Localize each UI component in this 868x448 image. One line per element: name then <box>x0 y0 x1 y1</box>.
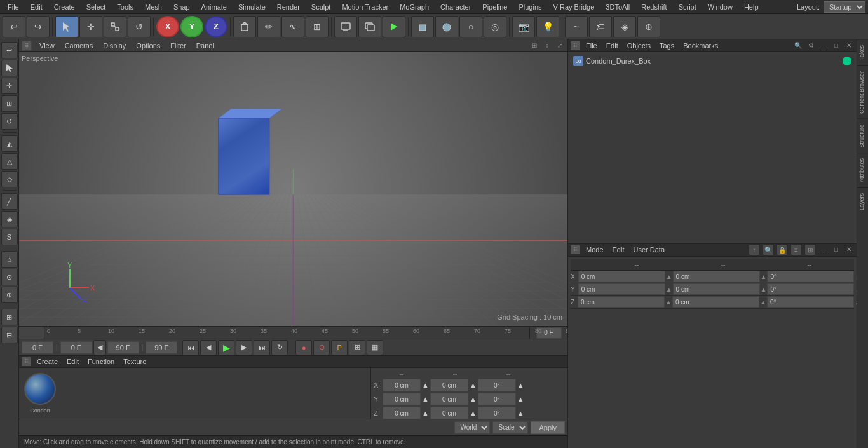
menu-sculpt[interactable]: Sculpt <box>306 2 336 12</box>
material-button[interactable]: ◈ <box>613 16 636 37</box>
am-y-rot-input[interactable] <box>673 283 760 295</box>
viewport-icon-1[interactable]: ⊞ <box>529 41 539 51</box>
sidebar-grid-2[interactable]: ⊟ <box>1 327 18 343</box>
menu-window[interactable]: Window <box>703 2 738 12</box>
am-menu-userdata[interactable]: User Data <box>631 246 668 254</box>
scale-dropdown[interactable]: Scale <box>492 421 528 434</box>
coord-y-scale[interactable] <box>478 393 516 405</box>
menu-vray[interactable]: V-Ray Bridge <box>548 2 600 12</box>
menu-3dtoall[interactable]: 3DToAll <box>600 2 635 12</box>
sidebar-knife[interactable]: ╱ <box>1 193 18 210</box>
pb-record-options-button[interactable]: ⊙ <box>313 340 330 355</box>
sidebar-rotate[interactable]: ↺ <box>1 113 18 130</box>
pb-step-fwd-button[interactable]: ▶ <box>236 340 252 355</box>
pb-preview-start[interactable] <box>60 341 92 354</box>
tab-attributes[interactable]: Attributes <box>857 153 868 187</box>
light-button[interactable]: 💡 <box>536 16 559 37</box>
menu-snap[interactable]: Snap <box>168 2 195 12</box>
om-menu-tags[interactable]: Tags <box>657 42 677 50</box>
coord-x-pos[interactable] <box>383 379 421 391</box>
material-menu-edit[interactable]: Edit <box>64 358 81 365</box>
am-z-rot-input[interactable] <box>672 296 759 308</box>
viewport-menu-cameras[interactable]: Cameras <box>62 42 96 50</box>
spline-tool-button[interactable]: ∿ <box>281 16 304 37</box>
tab-takes[interactable]: Takes <box>857 39 868 65</box>
render-view-button[interactable] <box>334 16 357 37</box>
redo-button[interactable]: ↪ <box>27 16 50 37</box>
sidebar-tool-c[interactable]: ⊕ <box>1 287 18 303</box>
coord-z-scale-arrow[interactable]: ▲ <box>517 409 524 417</box>
om-minimize-icon[interactable]: — <box>818 41 829 51</box>
menu-simulate[interactable]: Simulate <box>233 2 271 12</box>
om-close-icon[interactable]: ✕ <box>844 41 854 51</box>
pb-loop-button[interactable]: ↻ <box>271 340 288 355</box>
am-y-pos-input[interactable] <box>578 283 665 295</box>
pen-tool-button[interactable]: ✏ <box>257 16 280 37</box>
layout-select[interactable]: Startup <box>824 1 865 13</box>
sidebar-move[interactable]: ✛ <box>1 78 18 94</box>
pb-record-button[interactable]: ● <box>295 340 312 355</box>
coord-y-scale-arrow[interactable]: ▲ <box>517 395 524 403</box>
sidebar-tool-b[interactable]: ⊙ <box>1 269 18 285</box>
array-tool-button[interactable]: ⊞ <box>306 16 329 37</box>
menu-character[interactable]: Character <box>435 2 476 12</box>
sphere-object-button[interactable] <box>435 16 458 37</box>
coord-x-pos-arrow[interactable]: ▲ <box>422 381 429 389</box>
viewport-icon-2[interactable]: ↕ <box>542 41 552 51</box>
sidebar-polygon[interactable]: ◭ <box>1 135 18 152</box>
render-picture-viewer-button[interactable] <box>358 16 381 37</box>
menu-render[interactable]: Render <box>272 2 305 12</box>
menu-redshift[interactable]: Redshift <box>636 2 672 12</box>
menu-mograph[interactable]: MoGraph <box>395 2 434 12</box>
coord-x-rot[interactable] <box>430 379 468 391</box>
om-menu-edit[interactable]: Edit <box>604 42 621 50</box>
coord-y-pos-arrow[interactable]: ▲ <box>422 395 429 403</box>
rotate-tool-button[interactable]: ↺ <box>128 16 151 37</box>
om-maximize-icon[interactable]: □ <box>831 41 841 51</box>
coord-z-pos[interactable] <box>383 407 421 419</box>
menu-select[interactable]: Select <box>81 2 111 12</box>
coord-z-rot[interactable] <box>430 407 468 419</box>
menu-help[interactable]: Help <box>739 2 764 12</box>
om-search-icon[interactable]: 🔍 <box>793 41 803 51</box>
am-icon-1[interactable]: ↑ <box>749 244 760 255</box>
am-z-pos-input[interactable] <box>578 296 665 308</box>
menu-edit[interactable]: Edit <box>25 2 48 12</box>
menu-script[interactable]: Script <box>674 2 702 12</box>
tab-content-browser[interactable]: Content Browser <box>857 65 868 119</box>
om-menu-file[interactable]: File <box>583 42 600 50</box>
am-menu-mode[interactable]: Mode <box>583 246 606 254</box>
am-icon-5[interactable]: ⊞ <box>804 244 816 255</box>
menu-motion-tracker[interactable]: Motion Tracker <box>337 2 393 12</box>
timeline-ruler[interactable]: 0 5 10 15 20 25 30 35 40 45 50 55 60 65 … <box>44 327 529 339</box>
viewport-menu-display[interactable]: Display <box>100 42 128 50</box>
menu-file[interactable]: File <box>3 2 24 12</box>
material-menu-create[interactable]: Create <box>34 358 60 365</box>
sidebar-paint[interactable]: S <box>1 229 18 245</box>
material-item[interactable]: Condon <box>24 373 56 414</box>
om-item-condom[interactable]: L0 Condom_Durex_Box <box>571 55 854 67</box>
sidebar-undo[interactable]: ↩ <box>1 42 18 58</box>
viewport-menu-view[interactable]: View <box>37 42 57 50</box>
am-y-scale-input[interactable] <box>767 283 854 295</box>
om-menu-bookmarks[interactable]: Bookmarks <box>681 42 721 50</box>
world-dropdown[interactable]: World <box>454 421 490 434</box>
select-tool-button[interactable] <box>55 16 78 37</box>
material-menu-texture[interactable]: Texture <box>121 358 149 365</box>
pb-skip-start-button[interactable]: ⏮ <box>182 340 199 355</box>
sidebar-texture[interactable]: ◈ <box>1 211 18 227</box>
coord-x-scale[interactable] <box>478 379 516 391</box>
cube-tool-button[interactable] <box>233 16 256 37</box>
viewport-menu-panel[interactable]: Panel <box>194 42 217 50</box>
am-maximize-icon[interactable]: □ <box>831 244 841 254</box>
sidebar-tool-a[interactable]: ⌂ <box>1 251 18 268</box>
menu-create[interactable]: Create <box>49 2 80 12</box>
sidebar-edge[interactable]: △ <box>1 153 18 170</box>
am-x-rot-input[interactable] <box>673 271 760 282</box>
tab-layers[interactable]: Layers <box>857 187 868 215</box>
pb-skip-end-button[interactable]: ⏭ <box>254 340 270 355</box>
am-icon-2[interactable]: 🔍 <box>763 244 774 255</box>
deform-button[interactable]: ~ <box>565 16 588 37</box>
sidebar-select[interactable] <box>1 60 18 76</box>
pb-dope-button[interactable]: ▦ <box>367 340 383 355</box>
